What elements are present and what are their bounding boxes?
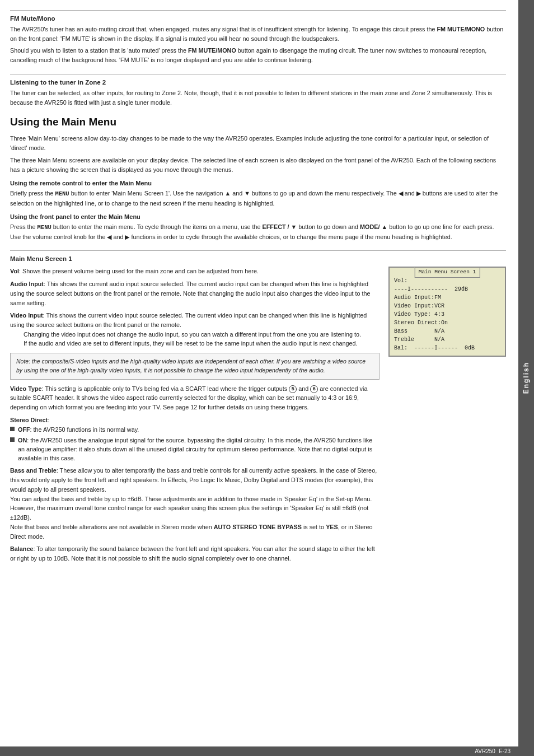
section-divider (10, 10, 506, 11)
front-panel-body: Press the MENU button to enter the main … (10, 222, 506, 241)
main-menu-intro: Three 'Main Menu' screens allow day-to-d… (10, 134, 506, 174)
main-menu-p2: The three Main Menu screens are availabl… (10, 156, 506, 174)
desc-video-type: Video Type: This setting is applicable o… (10, 384, 380, 412)
section-fm-mute: FM Mute/Mono The AVR250's tuner has an a… (10, 10, 506, 65)
section-zone2: Listening to the tuner in Zone 2 The tun… (10, 74, 506, 107)
right-tab: English (518, 0, 534, 756)
screen1-right: Main Menu Screen 1 Vol: ----I-----------… (388, 267, 506, 566)
main-content: FM Mute/Mono The AVR250's tuner has an a… (0, 0, 518, 756)
section-main-menu: Using the Main Menu Three 'Main Menu' sc… (10, 116, 506, 241)
footer-page: E-23 (499, 748, 510, 754)
main-menu-p1: Three 'Main Menu' screens allow day-to-d… (10, 134, 506, 152)
balance-label: Balance (10, 545, 33, 552)
section-divider-3 (10, 250, 506, 251)
bullet-square-off (10, 427, 15, 431)
footer-bar: AVR250 E-23 (0, 746, 518, 756)
bullet-on: ON: the AVR250 uses the analogue input s… (10, 436, 380, 463)
fm-mute-p1: The AVR250's tuner has an auto-muting ci… (10, 25, 506, 43)
note-box: Note: the composite/S-video inputs and t… (10, 353, 380, 380)
video-input-extra: Changing the video input does not change… (24, 330, 380, 348)
screen1-left: Vol: Shows the present volume being used… (10, 267, 380, 566)
tab-label: English (522, 362, 530, 394)
desc-audio-input: Audio Input: This shows the current audi… (10, 279, 380, 307)
desc-vol: Vol: Shows the present volume being used… (10, 267, 380, 276)
vol-label: Vol (10, 268, 19, 274)
fm-mute-title: FM Mute/Mono (10, 15, 506, 22)
section-divider-2 (10, 74, 506, 74)
desc-stereo-direct: Stereo Direct: OFF: the AVR250 functions… (10, 416, 380, 463)
circle-6: 6 (310, 385, 318, 393)
page-container: FM Mute/Mono The AVR250's tuner has an a… (0, 0, 534, 756)
lcd-content: Vol: ----I----------- 29dB Audio Input:F… (394, 277, 500, 352)
fm-mute-body: The AVR250's tuner has an auto-muting ci… (10, 25, 506, 65)
front-panel-p: Press the MENU button to enter the main … (10, 222, 506, 241)
video-input-label: Video Input (10, 312, 43, 319)
desc-video-input: Video Input: This shows the current vide… (10, 311, 380, 379)
stereo-direct-label: Stereo Direct (10, 417, 48, 423)
fm-mute-p2: Should you wish to listen to a station t… (10, 46, 506, 64)
lcd-box: Main Menu Screen 1 Vol: ----I-----------… (388, 267, 506, 357)
screen1-title: Main Menu Screen 1 (10, 255, 506, 262)
screen1-container: Vol: Shows the present volume being used… (10, 267, 506, 566)
remote-control-body: Briefly press the MENU button to enter '… (10, 189, 506, 208)
audio-input-label: Audio Input (10, 281, 44, 287)
section-screen1: Main Menu Screen 1 Vol: Shows the presen… (10, 250, 506, 566)
footer-model: AVR250 (475, 748, 495, 754)
zone2-title: Listening to the tuner in Zone 2 (10, 79, 506, 86)
desc-balance: Balance: To alter temporarily the sound … (10, 544, 380, 563)
desc-bass-treble: Bass and Treble: These allow you to alte… (10, 466, 380, 541)
bullet-off-text: OFF: the AVR250 functions in its normal … (18, 425, 139, 434)
remote-control-title: Using the remote control to enter the Ma… (10, 180, 506, 186)
stereo-direct-bullets: OFF: the AVR250 functions in its normal … (10, 425, 380, 463)
lcd-title: Main Menu Screen 1 (415, 267, 480, 277)
zone2-p1: The tuner can be selected, as other inpu… (10, 88, 506, 107)
main-menu-heading: Using the Main Menu (10, 116, 506, 128)
bullet-square-on (10, 437, 15, 442)
circle-5: 5 (289, 385, 297, 393)
zone2-body: The tuner can be selected, as other inpu… (10, 88, 506, 107)
remote-control-p: Briefly press the MENU button to enter '… (10, 189, 506, 208)
video-type-label: Video Type (10, 385, 42, 392)
front-panel-title: Using the front panel to enter the Main … (10, 213, 506, 220)
bullet-off: OFF: the AVR250 functions in its normal … (10, 425, 380, 434)
bass-treble-label: Bass and Treble (10, 467, 57, 474)
bullet-on-text: ON: the AVR250 uses the analogue input s… (18, 436, 380, 463)
